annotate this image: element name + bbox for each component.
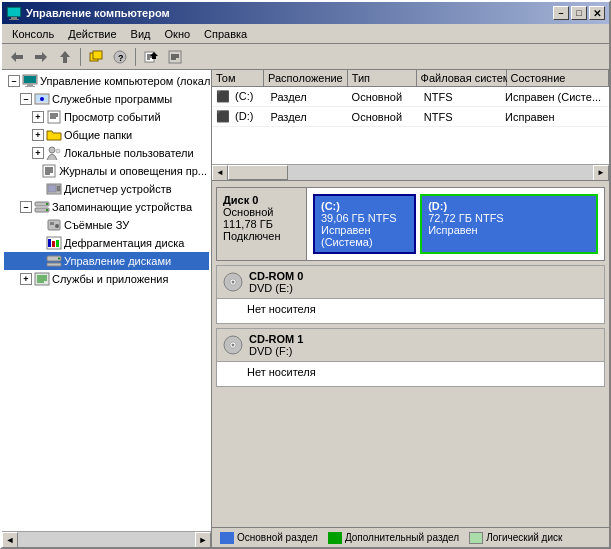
- storage-icon: [34, 199, 50, 215]
- tree-item-removable[interactable]: Съёмные ЗУ: [4, 216, 209, 234]
- cdrom-1-name: CD-ROM 1: [249, 333, 303, 345]
- tree-item-folders[interactable]: + Общие папки: [4, 126, 209, 144]
- toolbar-back[interactable]: [6, 46, 28, 68]
- tree-root-label: Управление компьютером (локал...: [40, 75, 212, 87]
- list-scroll-thumb[interactable]: [228, 165, 288, 180]
- diskmgmt-icon: [46, 253, 62, 269]
- toolbar-properties[interactable]: [164, 46, 186, 68]
- cdrom-0-name: CD-ROM 0: [249, 270, 303, 282]
- cdrom-0-header: CD-ROM 0 DVD (E:): [217, 266, 604, 298]
- tree-item-events[interactable]: + Просмотр событий: [4, 108, 209, 126]
- tree-item-storage[interactable]: – Запоминающие устройства: [4, 198, 209, 216]
- disk-0-name: Диск 0: [223, 194, 300, 206]
- menu-action[interactable]: Действие: [62, 26, 122, 42]
- svg-rect-46: [50, 222, 54, 225]
- disk-0-type: Основной: [223, 206, 273, 218]
- left-scroll-left[interactable]: ◄: [2, 532, 18, 548]
- partition-d-status: Исправен: [428, 224, 590, 236]
- left-scroll-track: [18, 532, 195, 547]
- main-content: – Управление компьютером (локал...: [2, 70, 609, 547]
- list-scroll-track: [228, 165, 593, 180]
- toolbar-explore[interactable]: [85, 46, 107, 68]
- col-header-type[interactable]: Тип: [348, 70, 417, 86]
- partition-c-size: 39,06 ГБ NTFS: [321, 212, 408, 224]
- menu-view[interactable]: Вид: [125, 26, 157, 42]
- left-scroll-right[interactable]: ►: [195, 532, 211, 548]
- menu-window[interactable]: Окно: [159, 26, 197, 42]
- col-header-location[interactable]: Расположение: [264, 70, 348, 86]
- expand-users[interactable]: +: [32, 147, 44, 159]
- list-row[interactable]: ⬛ (D:) Раздел Основной NTFS Исправен: [212, 107, 609, 127]
- minimize-button[interactable]: –: [553, 6, 569, 20]
- list-row[interactable]: ⬛ (C:) Раздел Основной NTFS Исправен (Си…: [212, 87, 609, 107]
- left-scrollbar: ◄ ►: [2, 531, 211, 547]
- tree-devices-label: Диспетчер устройств: [64, 183, 172, 195]
- tree-item-defrag[interactable]: Дефрагментация диска: [4, 234, 209, 252]
- disk-0-size: 111,78 ГБ: [223, 218, 273, 230]
- toolbar-up[interactable]: [54, 46, 76, 68]
- svg-rect-1: [8, 8, 20, 16]
- window-controls: – □ ✕: [553, 6, 605, 20]
- svg-marker-6: [60, 51, 70, 63]
- partition-c-status: Исправен (Система): [321, 224, 408, 248]
- tree-item-system[interactable]: – Служебные программы: [4, 90, 209, 108]
- list-scroll-left[interactable]: ◄: [212, 165, 228, 181]
- close-button[interactable]: ✕: [589, 6, 605, 20]
- expand-services[interactable]: +: [20, 273, 32, 285]
- list-cell-type-0: Основной: [348, 90, 420, 104]
- tree-services-label: Службы и приложения: [52, 273, 168, 285]
- cdrom-item-1: CD-ROM 1 DVD (F:) Нет носителя: [216, 328, 605, 387]
- toolbar-export[interactable]: [140, 46, 162, 68]
- removable-icon: [46, 217, 62, 233]
- cdrom-0-icon: [223, 272, 243, 292]
- toolbar-forward[interactable]: [30, 46, 52, 68]
- maximize-button[interactable]: □: [571, 6, 587, 20]
- toolbar-sep2: [135, 48, 136, 66]
- menu-console[interactable]: Консоль: [6, 26, 60, 42]
- list-cell-loc-0: Раздел: [266, 90, 347, 104]
- toolbar-question[interactable]: ?: [109, 46, 131, 68]
- expand-events[interactable]: +: [32, 111, 44, 123]
- list-cell-tom-0: ⬛ (C:): [212, 89, 266, 104]
- svg-point-31: [49, 147, 55, 153]
- disk-0-status: Подключен: [223, 230, 281, 242]
- menu-help[interactable]: Справка: [198, 26, 253, 42]
- expand-storage[interactable]: –: [20, 201, 32, 213]
- svg-rect-51: [56, 240, 59, 247]
- disk-visual-panel: Диск 0 Основной 111,78 ГБ Подключен (C:)…: [212, 183, 609, 527]
- services-icon: [34, 271, 50, 287]
- cdrom-0-type: DVD (E:): [249, 282, 293, 294]
- legend-bar: Основной раздел Дополнительный раздел Ло…: [212, 527, 609, 547]
- partition-c[interactable]: (C:) 39,06 ГБ NTFS Исправен (Система): [313, 194, 416, 254]
- list-scroll-right[interactable]: ►: [593, 165, 609, 181]
- svg-point-65: [232, 344, 235, 347]
- svg-rect-55: [35, 273, 49, 285]
- tree-item-services[interactable]: + Службы и приложения: [4, 270, 209, 288]
- defrag-icon: [46, 235, 62, 251]
- col-header-state[interactable]: Состояние: [507, 70, 609, 86]
- tree-item-logs[interactable]: Журналы и оповещения пр...: [4, 162, 209, 180]
- list-header: Том Расположение Тип Файловая система Со…: [212, 70, 609, 87]
- expand-system[interactable]: –: [20, 93, 32, 105]
- tree-item-users[interactable]: + Локальные пользователи: [4, 144, 209, 162]
- tree-item-diskmgmt[interactable]: Управление дисками: [4, 252, 209, 270]
- logs-icon: [41, 163, 57, 179]
- tree-item-devices[interactable]: Диспетчер устройств: [4, 180, 209, 198]
- events-icon: [46, 109, 62, 125]
- tree-container: – Управление компьютером (локал...: [2, 70, 211, 290]
- tree-folders-label: Общие папки: [64, 129, 132, 141]
- cdrom-1-type: DVD (F:): [249, 345, 292, 357]
- expand-folders[interactable]: +: [32, 129, 44, 141]
- svg-point-43: [46, 203, 48, 205]
- disk-icon-0: ⬛: [216, 90, 230, 102]
- tree-root[interactable]: – Управление компьютером (локал...: [4, 72, 209, 90]
- cdrom-1-header: CD-ROM 1 DVD (F:): [217, 329, 604, 361]
- list-cell-fs-0: NTFS: [420, 90, 501, 104]
- expand-root[interactable]: –: [8, 75, 20, 87]
- tree-removable-label: Съёмные ЗУ: [64, 219, 129, 231]
- partition-d[interactable]: (D:) 72,72 ГБ NTFS Исправен: [420, 194, 598, 254]
- col-header-fs[interactable]: Файловая система: [417, 70, 507, 86]
- svg-rect-3: [9, 19, 19, 20]
- svg-rect-2: [11, 17, 17, 19]
- col-header-tom[interactable]: Том: [212, 70, 264, 86]
